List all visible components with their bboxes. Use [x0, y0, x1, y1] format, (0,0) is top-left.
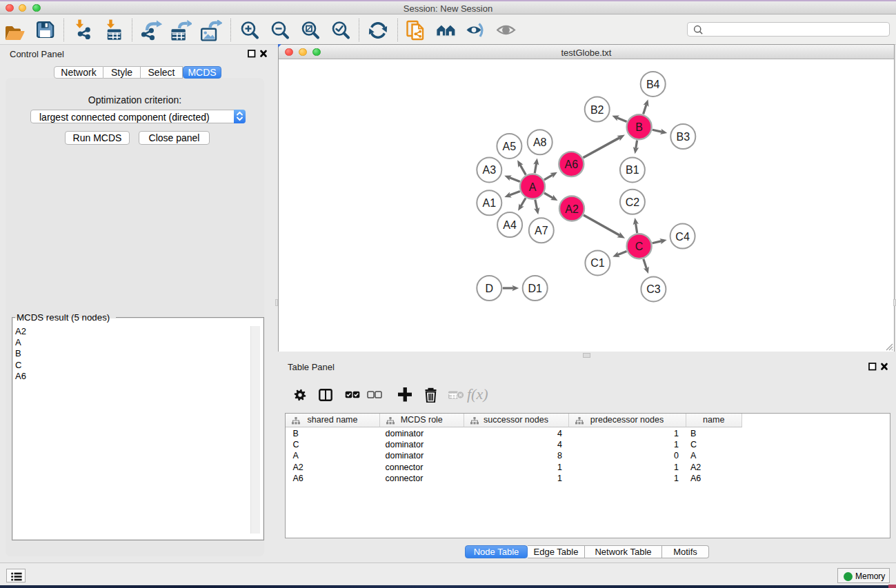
svg-text:B3: B3 — [677, 131, 690, 143]
svg-text:A1: A1 — [483, 197, 497, 209]
svg-text:A7: A7 — [535, 225, 548, 236]
svg-text:B: B — [635, 121, 643, 133]
svg-text:A2: A2 — [565, 203, 579, 215]
svg-text:A6: A6 — [565, 159, 579, 170]
svg-text:A5: A5 — [503, 141, 517, 152]
svg-text:D: D — [486, 283, 494, 294]
svg-text:B1: B1 — [626, 164, 639, 176]
svg-text:B2: B2 — [590, 104, 604, 116]
svg-text:D1: D1 — [528, 283, 542, 294]
svg-text:C: C — [635, 241, 644, 252]
svg-text:A3: A3 — [483, 164, 497, 176]
svg-text:C3: C3 — [646, 283, 661, 295]
svg-text:A4: A4 — [503, 219, 517, 231]
svg-text:C4: C4 — [675, 231, 690, 243]
svg-text:C1: C1 — [590, 257, 605, 269]
svg-text:A: A — [529, 181, 537, 193]
svg-text:A8: A8 — [533, 136, 547, 148]
svg-text:C2: C2 — [626, 196, 640, 208]
svg-text:f(x): f(x) — [467, 387, 488, 403]
svg-text:B4: B4 — [646, 79, 660, 90]
